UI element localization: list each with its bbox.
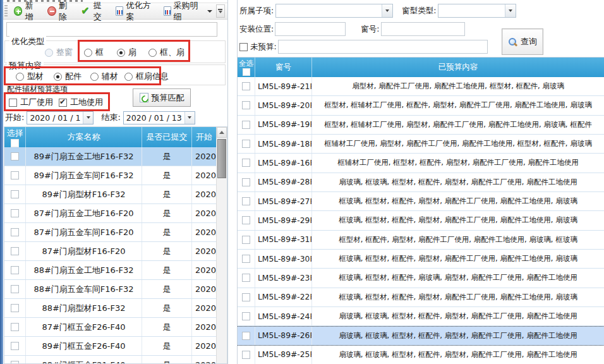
toolbar-button-add[interactable]: 新增 bbox=[10, 0, 44, 24]
header-submitted[interactable]: 是否已提交 bbox=[142, 127, 192, 147]
row-checkbox[interactable] bbox=[11, 323, 19, 331]
row-checkbox[interactable] bbox=[11, 228, 19, 236]
toolbar-button-report[interactable]: 采购明细 bbox=[160, 0, 216, 24]
table-row[interactable]: LM5L-89#-30F28框玻璃, 框型材, 框配件, 扇型材, 扇配件工厂使… bbox=[238, 250, 604, 269]
radio-frame-sash-info[interactable]: 框扇信息 bbox=[124, 71, 169, 82]
table-row[interactable]: LM5L-89#-22F20框玻璃, 框型材, 框配件, 扇型材, 扇配件工厂使… bbox=[238, 288, 604, 307]
row-checkbox[interactable] bbox=[242, 178, 250, 186]
header-plan-name[interactable]: 方案名称 bbox=[26, 127, 142, 147]
row-checkbox[interactable] bbox=[242, 312, 250, 320]
checkbox-site-use[interactable]: 工地使用 bbox=[59, 97, 103, 108]
search-icon bbox=[508, 37, 517, 47]
query-button[interactable]: 查询 bbox=[502, 28, 543, 55]
table-row[interactable]: LM5L-89#-20F18框型材, 框辅材工厂使用, 框配件, 扇型材, 扇配… bbox=[238, 96, 604, 115]
plans-table-body: 89#门扇五金工地F16-F32是2020/089#门扇五金车间F16-F32是… bbox=[4, 147, 227, 364]
row-checkbox[interactable] bbox=[11, 266, 19, 274]
table-row[interactable]: LM5L-89#-21F19扇型材, 扇配件工厂使用, 扇配件工地使用, 框型材… bbox=[238, 77, 604, 96]
row-checkbox[interactable] bbox=[242, 82, 250, 90]
row-checkbox[interactable] bbox=[242, 351, 250, 359]
row-checkbox[interactable] bbox=[242, 216, 250, 224]
row-checkbox[interactable] bbox=[11, 247, 19, 255]
not-budgeted-checkbox[interactable] bbox=[239, 43, 248, 51]
radio-profile[interactable]: 型材 bbox=[16, 71, 44, 82]
row-checkbox[interactable] bbox=[242, 140, 250, 148]
table-row[interactable]: 88#门框五金F21-F40是2020/0 bbox=[4, 356, 227, 364]
row-checkbox[interactable] bbox=[11, 304, 19, 312]
table-row[interactable]: 87#门框五金F26-F40是2020/0 bbox=[4, 318, 227, 337]
row-checkbox[interactable] bbox=[11, 171, 19, 179]
budget-match-button[interactable]: 预算匹配 bbox=[133, 88, 191, 107]
select-all-checkbox[interactable] bbox=[243, 68, 250, 76]
row-checkbox[interactable] bbox=[242, 197, 250, 205]
table-row[interactable]: LM5L-89#-18F16框辅材工厂使用, 扇型材, 扇配件工厂使用, 扇配件… bbox=[238, 135, 604, 154]
table-row[interactable]: 87#门扇五金工地F16-F20是2020/0 bbox=[4, 204, 227, 223]
row-checkbox[interactable] bbox=[11, 285, 19, 293]
toolbar-button-report[interactable]: 优化方案 bbox=[112, 0, 159, 24]
scrollbar-thumb[interactable] bbox=[217, 139, 226, 178]
sub-item-select[interactable] bbox=[275, 4, 393, 18]
chevron-down-icon[interactable] bbox=[382, 4, 392, 17]
chevron-down-icon[interactable] bbox=[505, 4, 516, 17]
row-checkbox[interactable] bbox=[11, 152, 19, 161]
end-date-dropdown-icon[interactable] bbox=[184, 112, 195, 124]
toolbar-grip-icon[interactable] bbox=[4, 5, 8, 18]
table-row[interactable]: LM5L-89#-28F26扇玻璃, 框玻璃, 框型材, 框配件, 扇型材, 扇… bbox=[238, 173, 604, 192]
toolbar-button-check[interactable]: 提交 bbox=[77, 0, 112, 24]
checkbox-factory-use[interactable]: 工厂使用 bbox=[9, 97, 53, 108]
plan-filter-input[interactable] bbox=[6, 22, 217, 37]
scroll-up-icon[interactable] bbox=[217, 127, 227, 138]
table-row[interactable]: LM5L-89#-25F23扇玻璃, 框玻璃, 框型材, 框配件, 扇型材, 扇… bbox=[238, 346, 604, 364]
window-type-select[interactable] bbox=[438, 4, 516, 18]
window-no-input[interactable] bbox=[381, 22, 465, 36]
row-checkbox[interactable] bbox=[11, 209, 19, 217]
table-row[interactable]: 87#门扇型材F16-F20是2020/0 bbox=[4, 242, 227, 261]
row-select-cell bbox=[238, 346, 255, 364]
row-checkbox[interactable] bbox=[242, 332, 250, 340]
row-checkbox[interactable] bbox=[242, 159, 250, 167]
table-row[interactable]: 88#门扇型材F16-F32是2020/0 bbox=[4, 299, 227, 318]
table-row[interactable]: LM5L-89#-26F24扇玻璃, 框玻璃, 框型材, 框配件, 扇型材, 扇… bbox=[238, 326, 604, 345]
row-checkbox[interactable] bbox=[242, 274, 250, 282]
table-row[interactable]: LM5L-89#-16F15框辅材工厂使用, 框型材, 框配件, 扇型材, 扇配… bbox=[238, 154, 604, 173]
header-budgeted-content[interactable]: 已预算内容 bbox=[312, 58, 604, 77]
toolbar-button-delete[interactable]: 删除 bbox=[44, 0, 77, 24]
row-checkbox[interactable] bbox=[11, 190, 19, 198]
table-row[interactable]: 89#门扇五金工地F16-F32是2020/0 bbox=[4, 147, 227, 166]
table-row[interactable]: 89#门扇型材F16-F32是2020/0 bbox=[4, 185, 227, 204]
end-date-label: 结束: bbox=[101, 112, 120, 123]
table-row[interactable]: LM5L-89#-24F22扇玻璃, 框玻璃, 框型材, 框配件, 扇型材, 扇… bbox=[238, 307, 604, 326]
table-row[interactable]: LM5L-89#-27F25框玻璃, 框型材, 框配件, 扇型材, 扇配件工厂使… bbox=[238, 192, 604, 211]
row-checkbox[interactable] bbox=[242, 101, 250, 109]
row-checkbox[interactable] bbox=[242, 255, 250, 263]
plans-table-scrollbar[interactable] bbox=[216, 127, 227, 364]
radio-accessory[interactable]: 配件 bbox=[54, 71, 82, 82]
radio-frame[interactable]: 框 bbox=[84, 47, 104, 58]
toolbar-overflow-button[interactable] bbox=[216, 4, 225, 18]
row-checkbox[interactable] bbox=[242, 236, 250, 244]
table-row[interactable]: LM5L-89#-23F21框玻璃, 框型材, 框配件, 扇玻璃, 扇型材, 扇… bbox=[238, 269, 604, 288]
radio-frame-sash[interactable]: 框、扇 bbox=[148, 47, 184, 58]
chevron-down-icon[interactable] bbox=[207, 10, 212, 13]
row-checkbox[interactable] bbox=[11, 361, 19, 364]
table-row[interactable]: LM5L-89#-31F29框型材, 框配件, 扇型材, 扇配件工厂使用, 扇配… bbox=[238, 231, 604, 250]
table-row[interactable]: 87#门扇五金车间F16-F20是2020/0 bbox=[4, 223, 227, 242]
row-checkbox[interactable] bbox=[242, 293, 250, 301]
table-row[interactable]: 89#门框五金F26-F40是2020/0 bbox=[4, 337, 227, 356]
end-date-picker[interactable]: 2020 / 01 / 13 bbox=[123, 111, 195, 124]
radio-auxiliary[interactable]: 辅材 bbox=[90, 71, 118, 82]
radio-sash[interactable]: 扇 bbox=[117, 47, 136, 58]
start-date-dropdown-icon[interactable] bbox=[83, 112, 93, 124]
table-row[interactable]: 88#门扇五金车间F16-F32是2020/0 bbox=[4, 280, 227, 299]
start-date-picker[interactable]: 2020 / 01 / 1 bbox=[27, 111, 94, 124]
row-checkbox[interactable] bbox=[242, 121, 250, 129]
table-row[interactable]: 88#门扇五金工地F16-F32是2020/0 bbox=[4, 261, 227, 280]
header-window-no[interactable]: 窗号 bbox=[255, 58, 312, 77]
not-budgeted-input[interactable] bbox=[278, 40, 488, 54]
install-pos-input[interactable] bbox=[275, 22, 346, 36]
table-row[interactable]: LM5L-89#-29F27框玻璃, 框型材, 框配件, 扇型材, 扇配件工厂使… bbox=[238, 211, 604, 230]
radio-whole-window[interactable]: 整窗 bbox=[45, 47, 73, 58]
select-all-checkbox[interactable] bbox=[11, 139, 19, 147]
row-checkbox[interactable] bbox=[11, 342, 19, 350]
table-row[interactable]: 89#门扇五金车间F16-F32是2020/0 bbox=[4, 166, 227, 185]
table-row[interactable]: LM5L-89#-19F17框型材, 框辅材工厂使用, 扇型材, 扇配件工厂使用… bbox=[238, 116, 604, 135]
